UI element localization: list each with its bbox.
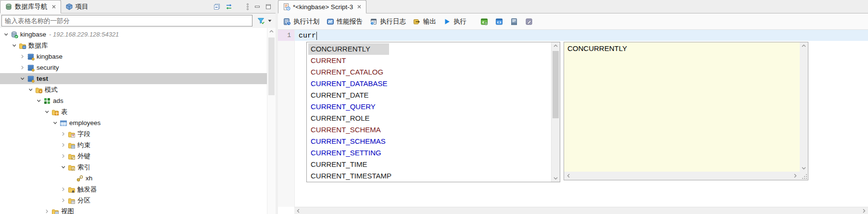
chevron-expanded-icon[interactable] xyxy=(35,97,43,104)
chevron-collapsed-icon[interactable] xyxy=(43,208,51,214)
tree-item-folder-indexes[interactable]: 索引 xyxy=(0,162,276,173)
tree-item-label: xh xyxy=(86,175,92,182)
chevron-collapsed-icon[interactable] xyxy=(18,64,26,71)
autocomplete-item[interactable]: CURRENT_QUERY xyxy=(307,101,552,113)
autocomplete-item[interactable]: CURRENT_SCHEMAS xyxy=(307,136,552,147)
scroll-right-icon[interactable] xyxy=(861,208,867,214)
log-view-button[interactable] xyxy=(507,16,521,27)
code-text: curr xyxy=(299,30,317,41)
performance-report-button[interactable]: 性能报告 xyxy=(324,16,365,27)
chevron-expanded-icon[interactable] xyxy=(51,119,59,126)
chevron-collapsed-icon[interactable] xyxy=(59,197,67,204)
execute-button[interactable]: 执行 xyxy=(440,16,469,27)
tree-item-db-kingbase[interactable]: kingbase xyxy=(0,51,276,62)
autocomplete-item[interactable]: CURRENT_TIME xyxy=(307,159,552,170)
table-filter-input[interactable] xyxy=(1,15,252,26)
chevron-expanded-icon[interactable] xyxy=(18,75,26,82)
view-menu-icon[interactable] xyxy=(246,3,250,11)
tree-item-label: 外键 xyxy=(77,152,90,161)
tab-label: 项目 xyxy=(75,2,88,11)
autocomplete-item[interactable]: CURRENT xyxy=(307,55,552,66)
resize-grip-icon[interactable] xyxy=(800,172,808,180)
chevron-collapsed-icon[interactable] xyxy=(18,53,26,60)
scroll-down-icon[interactable] xyxy=(552,176,560,181)
scroll-down-icon[interactable] xyxy=(800,165,808,171)
autocomplete-scrollbar[interactable] xyxy=(551,42,560,182)
chevron-expanded-icon[interactable] xyxy=(26,86,35,93)
chevron-collapsed-icon[interactable] xyxy=(59,130,67,138)
maximize-icon[interactable] xyxy=(265,3,272,10)
tree-item-index-xh[interactable]: xh xyxy=(0,173,276,184)
tab-sql-script[interactable]: *<kingbase> Script-3 xyxy=(278,0,366,13)
tree-item-folder-partitions[interactable]: 分区 xyxy=(0,195,276,206)
tab-projects[interactable]: 项目 xyxy=(61,0,93,13)
chevron-collapsed-icon[interactable] xyxy=(59,152,67,160)
chevron-expanded-icon[interactable] xyxy=(10,42,18,49)
tree-item-folder-triggers[interactable]: 触发器 xyxy=(0,184,276,195)
chevron-expanded-icon[interactable] xyxy=(43,108,51,115)
tree-item-folder-databases[interactable]: 数据库 xyxy=(0,40,276,51)
tab-database-navigator[interactable]: 数据库导航 xyxy=(0,0,61,13)
autocomplete-item[interactable]: CURRENT_SETTING xyxy=(307,147,552,159)
link-with-editor-icon[interactable] xyxy=(225,3,233,11)
autocomplete-item[interactable]: CURRENT_SCHEMA xyxy=(307,124,552,136)
tree-item-connection-kingbase[interactable]: kingbase - 192.168.229.128:54321 xyxy=(0,29,276,40)
tree-item-schema-ads[interactable]: ads xyxy=(0,95,276,106)
tree-item-folder-columns[interactable]: 字段 xyxy=(0,128,276,139)
chevron-collapsed-icon[interactable] xyxy=(59,141,67,149)
explain-plan-button[interactable]: 执行计划 xyxy=(280,16,322,27)
close-icon[interactable] xyxy=(51,4,56,9)
scroll-right-icon[interactable] xyxy=(793,173,798,179)
scroll-up-icon[interactable] xyxy=(267,29,276,34)
folder-schema-icon xyxy=(35,86,43,94)
tree-item-folder-views[interactable]: 视图 xyxy=(0,206,276,214)
autocomplete-item[interactable]: CURRENT_DATE xyxy=(307,89,552,101)
autocomplete-item-label: CURRENT_ROLE xyxy=(308,113,389,124)
execution-log-icon xyxy=(370,18,377,25)
tree-item-db-security[interactable]: security xyxy=(0,62,276,73)
tree-vertical-scrollbar[interactable] xyxy=(267,28,276,214)
collapse-all-icon[interactable] xyxy=(213,3,221,11)
editor-horizontal-scrollbar[interactable] xyxy=(294,207,868,214)
scroll-left-icon[interactable] xyxy=(566,173,571,179)
minimize-icon[interactable] xyxy=(254,3,261,10)
autocomplete-item-label: CURRENT_SETTING xyxy=(308,147,389,159)
filter-settings-button[interactable] xyxy=(255,17,274,25)
output-button[interactable]: 输出 xyxy=(410,16,439,27)
autocomplete-item[interactable]: CURRENT_CATALOG xyxy=(307,66,552,78)
scrollbar-thumb[interactable] xyxy=(553,51,559,118)
tree-item-db-test[interactable]: test xyxy=(0,73,276,84)
autocomplete-item[interactable]: CURRENT_DATABASE xyxy=(307,78,552,89)
info-horizontal-scrollbar[interactable] xyxy=(564,172,800,180)
left-panel-toolbar xyxy=(213,0,276,13)
tree-item-label: 视图 xyxy=(61,207,74,214)
database-navigator-panel: 数据库导航 项目 kingbase - 192.168.229.128: xyxy=(0,0,276,214)
info-vertical-scrollbar[interactable] xyxy=(800,42,808,172)
tree-item-folder-tables[interactable]: 表 xyxy=(0,106,276,117)
database-tree: kingbase - 192.168.229.128:54321数据库kingb… xyxy=(0,28,276,214)
toolbar-button-label: 执行日志 xyxy=(380,17,406,26)
execution-log-button[interactable]: 执行日志 xyxy=(367,16,409,27)
chevron-expanded-icon[interactable] xyxy=(2,31,10,38)
projects-icon xyxy=(65,3,73,11)
chevron-collapsed-icon[interactable] xyxy=(59,186,67,193)
close-icon[interactable] xyxy=(357,4,362,9)
add-script-button[interactable] xyxy=(478,16,491,27)
view-source-icon xyxy=(495,18,503,25)
scroll-left-icon[interactable] xyxy=(296,208,301,214)
autocomplete-item-label: CURRENT_DATABASE xyxy=(308,78,391,89)
tree-item-folder-schemas[interactable]: 模式 xyxy=(0,84,276,95)
autocomplete-item[interactable]: CURRENT_TIMESTAMP xyxy=(307,170,552,182)
scrollbar-thumb[interactable] xyxy=(268,38,275,95)
autocomplete-item[interactable]: CONCURRENTLY xyxy=(307,43,552,55)
scroll-up-icon[interactable] xyxy=(552,43,560,49)
tree-item-folder-constraints[interactable]: 约束 xyxy=(0,139,276,151)
chevron-expanded-icon[interactable] xyxy=(59,164,67,171)
add-script-icon xyxy=(480,18,488,25)
scroll-up-icon[interactable] xyxy=(800,43,808,49)
edit-button[interactable] xyxy=(522,16,536,27)
tree-item-folder-foreign-keys[interactable]: 外键 xyxy=(0,151,276,162)
view-source-button[interactable] xyxy=(492,16,506,27)
tree-item-table-employees[interactable]: employees xyxy=(0,117,276,128)
autocomplete-item[interactable]: CURRENT_ROLE xyxy=(307,113,552,124)
